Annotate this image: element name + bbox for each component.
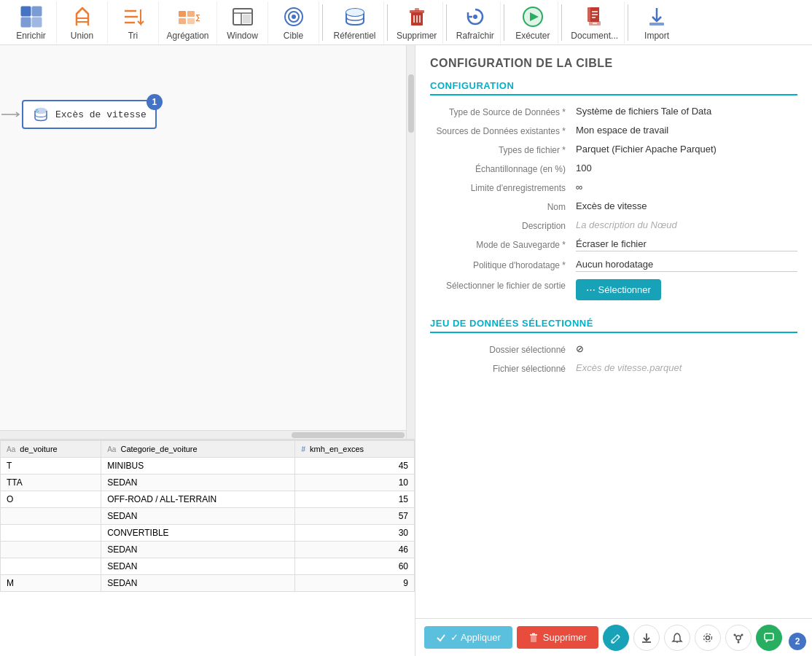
chat-icon-button[interactable] (756, 625, 782, 651)
config-value-1: Mon espace de travail (576, 125, 797, 136)
svg-rect-1 (32, 7, 42, 16)
col-header-categorie[interactable]: Aa Categorie_de_voiture (101, 441, 295, 458)
cell-categorie: SEDAN (101, 475, 295, 491)
politique-row: Politique d'horodatage * Aucun horodatag… (430, 259, 797, 272)
fichier-row: Fichier sélectionné Excès de vitesse.par… (430, 362, 797, 374)
download-icon (641, 632, 652, 644)
toolbar-rafraichir[interactable]: Rafraîchir (450, 1, 501, 44)
dossier-row: Dossier sélectionné ⊘ (430, 343, 797, 355)
config-field-row: Type de Source de Données * Système de f… (430, 106, 797, 117)
supprimer-icon (404, 4, 430, 29)
cell-categorie: SEDAN (101, 575, 295, 592)
node-container: Excès de vitesse 1 (22, 100, 157, 129)
toolbar-cible[interactable]: Cible (268, 1, 319, 44)
appliquer-button[interactable]: ✓ Appliquer (424, 626, 512, 649)
document-label: Document... (571, 31, 618, 41)
config-field-row: Sources de Données existantes * Mon espa… (430, 125, 797, 136)
svg-rect-17 (243, 15, 251, 23)
bell-icon-button[interactable] (664, 625, 690, 651)
svg-point-29 (473, 15, 477, 19)
svg-rect-12 (187, 18, 195, 24)
separator-6 (628, 4, 628, 41)
import-icon (644, 4, 670, 29)
cell-de-voiture (1, 508, 101, 525)
toolbar-union[interactable]: Union (57, 1, 108, 44)
check-icon (436, 633, 446, 643)
table-row: SEDAN 60 (1, 558, 415, 575)
cell-de-voiture: M (1, 575, 101, 592)
toolbar-referentiel[interactable]: Référentiel (326, 1, 384, 44)
table-row: CONVERTIBLE 30 (1, 525, 415, 542)
canvas-area[interactable]: Excès de vitesse 1 (0, 45, 415, 439)
toolbar: Enrichir Union Tri (0, 0, 812, 45)
col-header-kmh[interactable]: # kmh_en_exces (295, 441, 415, 458)
bottom-bar: ✓ Appliquer Supprimer (415, 618, 812, 656)
config-field-row: Limite d'enregistrements ∞ (430, 181, 797, 193)
table-row: TTA SEDAN 10 (1, 475, 415, 491)
union-label: Union (71, 31, 93, 41)
left-panel: Excès de vitesse 1 Aa de_voi (0, 45, 415, 656)
cell-categorie: CONVERTIBLE (101, 525, 295, 542)
cell-categorie: SEDAN (101, 508, 295, 525)
svg-line-61 (741, 635, 742, 636)
supprimer-bottom-button[interactable]: Supprimer (517, 626, 598, 649)
download-icon-button[interactable] (633, 625, 660, 651)
cell-kmh: 46 (295, 542, 415, 558)
svg-line-48 (617, 635, 620, 637)
main-layout: Excès de vitesse 1 Aa de_voi (0, 45, 812, 656)
cell-de-voiture: T (1, 458, 101, 475)
config-value-3: 100 (576, 163, 797, 173)
svg-rect-10 (187, 11, 195, 17)
cell-de-voiture: O (1, 491, 101, 508)
separator-4 (504, 4, 504, 41)
canvas-hscrollbar[interactable] (0, 430, 406, 439)
col-header-de-voiture[interactable]: Aa de_voiture (1, 441, 101, 458)
window-icon (230, 4, 256, 29)
svg-rect-25 (415, 8, 419, 11)
mode-sauvegarde-row: Mode de Sauvegarde * Écraser le fichier (430, 238, 797, 251)
aggregation-icon: ∑ (175, 4, 201, 29)
tri-icon (120, 4, 147, 29)
toolbar-aggregation[interactable]: ∑ Agrégation (159, 1, 217, 44)
cell-kmh: 10 (295, 475, 415, 491)
svg-rect-40 (649, 23, 664, 26)
toolbar-executer[interactable]: Exécuter (507, 1, 558, 44)
badge-2: 2 (789, 633, 806, 650)
canvas-vscrollbar[interactable] (406, 45, 415, 439)
toolbar-enrichir[interactable]: Enrichir (6, 1, 57, 44)
toolbar-supprimer[interactable]: Supprimer (391, 1, 443, 44)
cell-kmh: 45 (295, 458, 415, 475)
toolbar-window[interactable]: Window (217, 1, 268, 44)
referentiel-icon (342, 4, 368, 29)
table-row: SEDAN 46 (1, 542, 415, 558)
svg-line-60 (735, 635, 736, 636)
mode-sauvegarde-value: Écraser le fichier (576, 238, 797, 251)
import-label: Import (644, 31, 669, 41)
gear-icon (702, 632, 714, 644)
rafraichir-icon (462, 4, 488, 29)
settings-icon-button[interactable] (695, 625, 721, 651)
config-label-2: Types de fichier * (430, 144, 576, 155)
config-label-5: Nom (430, 200, 576, 212)
edit-icon-button[interactable] (603, 625, 629, 651)
executer-label: Exécuter (515, 31, 550, 41)
trash-icon (528, 633, 539, 643)
toolbar-tri[interactable]: Tri (108, 1, 159, 44)
cell-de-voiture (1, 525, 101, 542)
toolbar-document[interactable]: Document... (565, 1, 625, 44)
config-label-6: Description (430, 219, 576, 231)
dossier-value: ⊘ (576, 343, 797, 354)
separator-2 (387, 4, 388, 41)
node-box[interactable]: Excès de vitesse 1 (22, 100, 157, 129)
supprimer-bottom-label: Supprimer (543, 632, 587, 643)
config-value-0: Système de fichiers Tale of Data (576, 106, 797, 117)
cell-categorie: SEDAN (101, 542, 295, 558)
select-button[interactable]: ⋯ Sélectionner (576, 279, 661, 300)
network-icon-button[interactable] (725, 625, 752, 651)
dossier-label: Dossier sélectionné (430, 343, 576, 355)
col-type-text-1: Aa (7, 445, 15, 453)
cible-icon (281, 4, 307, 29)
toolbar-import[interactable]: Import (631, 1, 682, 44)
fichier-label: Fichier sélectionné (430, 362, 576, 374)
enrichir-label: Enrichir (16, 31, 46, 41)
